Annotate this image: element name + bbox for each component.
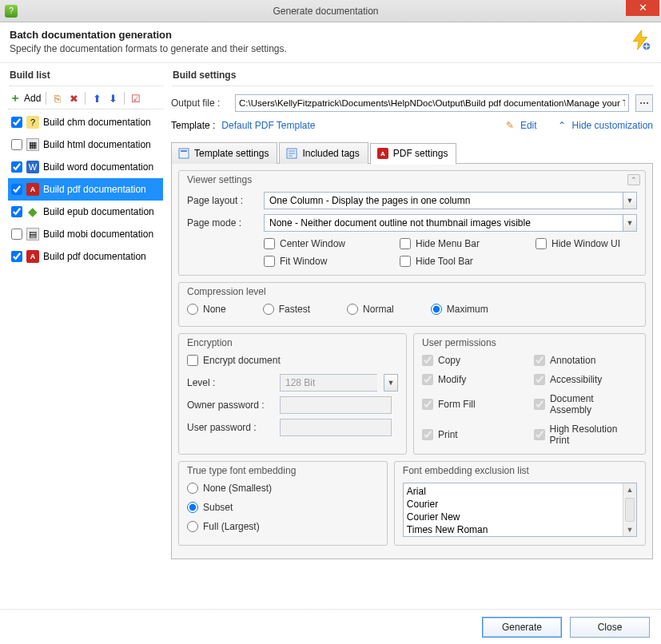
build-list-item[interactable]: ▦ Build html documentation (8, 133, 163, 156)
group-legend: Viewer settings (187, 174, 252, 185)
pencil-icon: ✎ (506, 120, 514, 131)
collapse-up-icon: ⌃ (558, 120, 566, 131)
compression-normal-radio[interactable]: Normal (347, 304, 394, 315)
pdf-tab-icon: A (377, 148, 388, 159)
output-file-input[interactable] (235, 94, 629, 112)
build-item-checkbox[interactable] (11, 184, 22, 195)
build-list-item[interactable]: A Build pdf documentation (8, 245, 163, 268)
build-settings-panel: Build settings Output file : ⋯ Template … (171, 68, 653, 559)
tab-template-settings[interactable]: Template settings (171, 142, 277, 164)
encryption-group: Encryption Encrypt document Level : ▼ Ow… (178, 333, 407, 455)
browse-button[interactable]: ⋯ (635, 94, 653, 112)
build-item-checkbox[interactable] (11, 206, 22, 217)
list-item[interactable]: Times New Roman (407, 523, 619, 536)
app-icon: ? (5, 5, 18, 18)
move-down-icon[interactable]: ⬇ (106, 92, 119, 105)
perm-annotation-checkbox: Annotation (534, 355, 637, 366)
build-list-item[interactable]: A Build pdf documentation (8, 178, 163, 201)
group-legend: Encryption (187, 337, 233, 348)
list-item[interactable]: Courier (407, 498, 619, 511)
group-legend: Font embedding exclusion list (403, 465, 529, 476)
collapse-icon[interactable]: ⌃ (627, 174, 640, 185)
build-list-title: Build list (10, 70, 163, 86)
generate-button[interactable]: Generate (482, 617, 562, 638)
template-tab-icon (178, 148, 189, 159)
group-legend: Compression level (187, 286, 266, 297)
edit-link[interactable]: Edit (520, 120, 537, 131)
move-up-icon[interactable]: ⬆ (90, 92, 103, 105)
add-button[interactable]: Add (24, 93, 41, 104)
hide-customization-link[interactable]: Hide customization (572, 120, 653, 131)
template-link[interactable]: Default PDF Template (221, 120, 315, 131)
compression-none-radio[interactable]: None (187, 304, 226, 315)
scrollbar[interactable]: ▲ ▼ (623, 483, 636, 536)
compression-group: Compression level None Fastest Normal Ma… (178, 282, 646, 327)
owner-password-input (280, 396, 392, 414)
tab-bar: Template settings Included tags A PDF se… (171, 142, 653, 164)
svg-rect-3 (181, 150, 187, 152)
check-all-icon[interactable]: ☑ (129, 92, 142, 105)
build-list-item[interactable]: ▤ Build mobi documentation (8, 223, 163, 245)
scroll-thumb[interactable] (625, 498, 635, 522)
fit-window-checkbox[interactable]: Fit Window (264, 256, 400, 267)
list-item[interactable]: Courier New (407, 511, 619, 523)
close-button[interactable]: Close (570, 617, 650, 638)
page-layout-label: Page layout : (187, 195, 257, 206)
window-title: Generate documentation (26, 6, 626, 17)
word-icon: W (26, 161, 39, 173)
compression-fastest-radio[interactable]: Fastest (263, 304, 310, 315)
dropdown-arrow-icon[interactable]: ▼ (623, 192, 637, 209)
build-item-checkbox[interactable] (11, 161, 22, 173)
viewer-settings-group: Viewer settings ⌃ Page layout : ▼ Page m… (178, 170, 646, 276)
delete-icon[interactable]: ✖ (67, 92, 80, 105)
build-list-item[interactable]: ◆ Build epub documentation (8, 201, 163, 223)
plus-icon: ＋ (10, 91, 21, 105)
tab-pdf-settings[interactable]: A PDF settings (370, 143, 457, 165)
duplicate-icon[interactable]: ⎘ (51, 92, 64, 105)
center-window-checkbox[interactable]: Center Window (264, 238, 400, 249)
build-list-panel: Build list ＋ Add ⎘ ✖ ⬆ ⬇ ☑ ? Build chm d… (8, 68, 163, 559)
template-label: Template : (171, 120, 215, 131)
build-item-label: Build pdf documentation (43, 184, 146, 195)
pdf-settings-panel: Viewer settings ⌃ Page layout : ▼ Page m… (171, 163, 653, 559)
hide-tool-bar-checkbox[interactable]: Hide Tool Bar (400, 256, 536, 267)
compression-maximum-radio[interactable]: Maximum (431, 304, 488, 315)
hide-window-ui-checkbox[interactable]: Hide Window UI (536, 238, 637, 249)
pdf-icon: A (26, 183, 39, 196)
close-window-button[interactable]: ✕ (626, 0, 659, 16)
build-item-checkbox[interactable] (11, 117, 22, 128)
html-icon: ▦ (26, 138, 39, 151)
build-item-checkbox[interactable] (11, 229, 22, 240)
font-exclusion-listbox[interactable]: Arial Courier Courier New Times New Roma… (403, 483, 637, 537)
chm-icon: ? (26, 116, 39, 129)
page-mode-label: Page mode : (187, 217, 257, 229)
page-mode-select[interactable]: ▼ (264, 214, 637, 232)
hide-menu-bar-checkbox[interactable]: Hide Menu Bar (400, 238, 536, 249)
page-layout-select[interactable]: ▼ (264, 192, 637, 209)
owner-password-label: Owner password : (187, 400, 273, 411)
build-item-checkbox[interactable] (11, 251, 22, 262)
scroll-up-icon[interactable]: ▲ (623, 483, 636, 496)
tab-included-tags[interactable]: Included tags (279, 142, 368, 164)
list-item[interactable]: Arial (407, 485, 619, 498)
dropdown-arrow-icon[interactable]: ▼ (623, 214, 637, 232)
build-list-item[interactable]: W Build word documentation (8, 156, 163, 178)
title-bar: ? Generate documentation ✕ (0, 0, 661, 22)
encrypt-document-checkbox[interactable]: Encrypt document (187, 355, 398, 366)
header-subtitle: Specify the documentation formats to gen… (10, 43, 629, 54)
build-item-label: Build chm documentation (43, 117, 151, 128)
build-item-label: Build pdf documentation (43, 251, 146, 262)
user-password-label: User password : (187, 422, 273, 433)
build-item-checkbox[interactable] (11, 139, 22, 150)
group-legend: True type font embedding (187, 465, 296, 476)
embed-subset-radio[interactable]: Subset (187, 502, 379, 513)
embed-full-radio[interactable]: Full (Largest) (187, 521, 379, 532)
epub-icon: ◆ (26, 205, 39, 218)
perm-modify-checkbox: Modify (422, 374, 534, 385)
header: Batch documentation generation Specify t… (0, 22, 661, 63)
scroll-down-icon[interactable]: ▼ (623, 523, 636, 536)
embed-none-radio[interactable]: None (Smallest) (187, 483, 379, 494)
font-embedding-group: True type font embedding None (Smallest)… (178, 461, 388, 546)
header-title: Batch documentation generation (10, 29, 629, 41)
build-list-item[interactable]: ? Build chm documentation (8, 111, 163, 133)
